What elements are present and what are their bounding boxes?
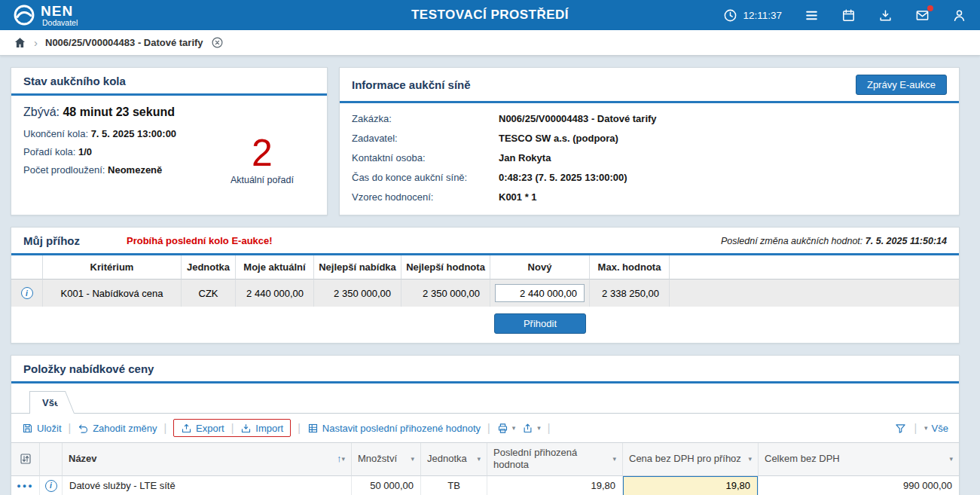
close-tab-icon[interactable] bbox=[211, 36, 224, 49]
header-max-hodnota: Max. hodnota bbox=[590, 255, 670, 280]
toolbar-right-group: | ▾ Vše bbox=[895, 422, 948, 434]
header-jednotka-items[interactable]: Jednotka ▾ bbox=[421, 443, 487, 476]
row-price-cell bbox=[623, 476, 759, 495]
set-last-bid-values-button[interactable]: Nastavit poslední přihozené hodnoty bbox=[307, 423, 481, 434]
contract-value: N006/25/V00004483 - Datové tarify bbox=[499, 113, 657, 124]
breadcrumb-current[interactable]: N006/25/V00004483 - Datové tarify bbox=[45, 37, 203, 48]
row-total: 990 000,00 bbox=[759, 476, 959, 495]
bid-row-unit: CZK bbox=[182, 280, 236, 307]
contract-row: Zakázka: N006/25/V00004483 - Datové tari… bbox=[352, 113, 947, 124]
export-icon bbox=[181, 423, 192, 434]
home-icon[interactable] bbox=[14, 36, 26, 49]
new-bid-input[interactable] bbox=[495, 284, 585, 302]
auction-info-panel: Informace aukční síně Zprávy E-aukce Zak… bbox=[339, 67, 960, 215]
price-input[interactable] bbox=[623, 476, 758, 495]
save-button[interactable]: Uložit bbox=[22, 423, 62, 434]
header-filler bbox=[670, 255, 959, 280]
table-values-icon bbox=[307, 423, 319, 434]
header-mnozstvi[interactable]: Množství ▾ bbox=[352, 443, 421, 476]
filter-icon[interactable] bbox=[895, 423, 906, 434]
nen-home-link[interactable]: NEN Dodavatel bbox=[14, 4, 78, 27]
bid-row-best-offer: 2 350 000,00 bbox=[314, 280, 401, 307]
filter-caret-icon: ▾ bbox=[924, 424, 928, 432]
header-jednotka: Jednotka bbox=[182, 255, 236, 280]
menu-icon[interactable] bbox=[804, 8, 819, 23]
main-content: Stav aukčního kola Zbývá: 48 minut 23 se… bbox=[0, 56, 980, 495]
row-last-bid: 19,80 bbox=[487, 476, 623, 495]
price-items-panel: Položky nabídkové ceny Vše Uložit | Z bbox=[11, 355, 960, 495]
my-bid-panel: Můj příhoz Probíhá poslední kolo E-aukce… bbox=[11, 227, 960, 344]
print-button[interactable]: ▾ bbox=[497, 423, 516, 434]
header-nejlepsi-hodnota: Nejlepší hodnota bbox=[401, 255, 490, 280]
session-clock: 12:11:37 bbox=[723, 8, 782, 23]
tab-all[interactable]: Vše bbox=[29, 391, 63, 414]
bid-row-new-cell bbox=[490, 280, 590, 307]
round-end-label: Ukončení kola: bbox=[23, 128, 88, 139]
celkem-filter-caret-icon[interactable]: ▾ bbox=[949, 455, 953, 463]
discard-changes-button[interactable]: Zahodit změny bbox=[78, 423, 157, 434]
authority-row: Zadavatel: TESCO SW a.s. (podpora) bbox=[352, 133, 947, 144]
authority-value: TESCO SW a.s. (podpora) bbox=[499, 133, 618, 144]
mnozstvi-filter-caret-icon[interactable]: ▾ bbox=[411, 455, 414, 463]
filter-preset-dropdown[interactable]: ▾ Vše bbox=[924, 423, 948, 434]
current-order-label: Aktuální pořadí bbox=[230, 175, 294, 185]
posledni-filter-caret-icon[interactable]: ▾ bbox=[612, 455, 616, 463]
download-icon[interactable] bbox=[878, 8, 893, 23]
header-cena-bez-dph[interactable]: Cena bez DPH pro příhoz ▾ bbox=[623, 443, 759, 476]
header-nejlepsi-nabidka: Nejlepší nabídka bbox=[314, 255, 401, 280]
auction-round-panel: Stav aukčního kola Zbývá: 48 minut 23 se… bbox=[11, 67, 328, 215]
column-chooser-icon[interactable] bbox=[20, 453, 32, 465]
round-order-label: Pořadí kola: bbox=[23, 146, 75, 157]
user-icon[interactable] bbox=[952, 8, 966, 23]
calendar-icon[interactable] bbox=[841, 8, 856, 23]
eauction-messages-button[interactable]: Zprávy E-aukce bbox=[856, 75, 947, 95]
clock-icon bbox=[723, 8, 737, 23]
jednotka-filter-caret-icon[interactable]: ▾ bbox=[477, 455, 481, 463]
contact-value: Jan Rokyta bbox=[499, 152, 551, 163]
notification-badge bbox=[927, 5, 933, 11]
header-kriterium: Kritérium bbox=[43, 255, 182, 280]
contract-label: Zakázka: bbox=[352, 113, 499, 124]
export-button[interactable]: Export bbox=[181, 423, 224, 434]
header-novy: Nový bbox=[490, 255, 590, 280]
room-end-row: Čas do konce aukční síně: 0:48:23 (7. 5.… bbox=[352, 172, 947, 183]
header-moje-aktualni: Moje aktuální bbox=[236, 255, 314, 280]
header-posledni-prihozena[interactable]: Poslední přihozená hodnota ▾ bbox=[487, 443, 623, 476]
info-icon[interactable]: i bbox=[21, 287, 33, 299]
cena-filter-caret-icon[interactable]: ▾ bbox=[748, 455, 752, 463]
header-column-chooser bbox=[11, 443, 40, 476]
printer-icon bbox=[497, 423, 508, 434]
contact-row: Kontaktní osoba: Jan Rokyta bbox=[352, 152, 947, 163]
place-bid-button[interactable]: Přihodit bbox=[494, 313, 586, 334]
authority-label: Zadavatel: bbox=[352, 133, 499, 144]
topbar-actions: 12:11:37 bbox=[723, 8, 966, 23]
share-button[interactable]: ▾ bbox=[522, 423, 541, 434]
row-actions[interactable]: ●●● bbox=[11, 476, 40, 495]
header-info-col bbox=[40, 443, 63, 476]
brand-name: NEN bbox=[41, 4, 78, 18]
nazev-filter-caret-icon[interactable]: ▾ bbox=[341, 455, 345, 463]
current-order-number: 2 bbox=[230, 134, 294, 172]
save-icon bbox=[22, 423, 33, 434]
items-tab-strip: Vše bbox=[11, 383, 959, 414]
share-icon bbox=[522, 423, 533, 434]
breadcrumb-separator: › bbox=[34, 36, 38, 49]
items-toolbar: Uložit | Zahodit změny | Export bbox=[11, 414, 959, 442]
remaining-label: Zbývá: bbox=[23, 105, 60, 118]
header-nazev[interactable]: Název ↑ ▾ bbox=[63, 443, 352, 476]
row-unit: TB bbox=[421, 476, 487, 495]
header-info-spacer bbox=[11, 255, 43, 280]
bid-row-max-value: 2 338 250,00 bbox=[590, 280, 670, 307]
messages-icon-wrapper[interactable] bbox=[915, 8, 930, 23]
import-button[interactable]: Import bbox=[240, 423, 283, 434]
breadcrumb: › N006/25/V00004483 - Datové tarify bbox=[0, 30, 980, 56]
header-celkem-bez-dph[interactable]: Celkem bez DPH ▾ bbox=[759, 443, 959, 476]
current-order-indicator: 2 Aktuální pořadí bbox=[230, 134, 294, 185]
info-icon[interactable]: i bbox=[45, 480, 57, 492]
nen-logo-icon bbox=[14, 5, 35, 26]
room-end-label: Čas do konce aukční síně: bbox=[352, 172, 499, 183]
last-change-value: 7. 5. 2025 11:50:14 bbox=[866, 236, 947, 246]
bid-row-info-cell: i bbox=[11, 280, 43, 307]
row-menu-icon: ●●● bbox=[17, 482, 33, 490]
row-quantity: 50 000,00 bbox=[352, 476, 421, 495]
